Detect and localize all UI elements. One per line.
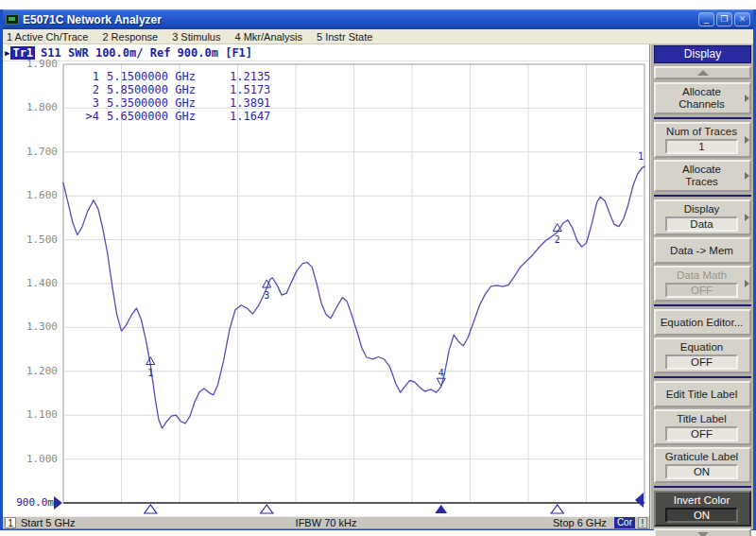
softkey-equation[interactable]: EquationOFF bbox=[654, 337, 751, 373]
softkey-data-mem[interactable]: Data -> Mem bbox=[654, 237, 751, 264]
softkey-group-separator bbox=[654, 304, 751, 306]
reference-level-label: 900.0m bbox=[3, 496, 54, 509]
y-tick-label: 1.700 bbox=[3, 146, 58, 158]
y-tick-label: 1.200 bbox=[3, 365, 58, 377]
softkey-label: Display bbox=[660, 203, 744, 216]
submenu-arrow-icon bbox=[745, 172, 749, 180]
svg-text:1: 1 bbox=[147, 368, 153, 378]
svg-text:4: 4 bbox=[438, 368, 444, 378]
submenu-arrow-icon bbox=[745, 214, 749, 221]
y-tick-label: 1.000 bbox=[3, 453, 58, 465]
menu-item-3-stimulus[interactable]: 3 Stimulus bbox=[172, 31, 220, 43]
softkey-label: Data Math bbox=[660, 269, 744, 282]
softkey-group-separator bbox=[654, 195, 751, 197]
softkey-value: ON bbox=[665, 464, 738, 479]
close-button[interactable]: ✕ bbox=[734, 12, 750, 26]
app-icon bbox=[6, 14, 19, 25]
softkey-value: ON bbox=[665, 508, 738, 523]
y-tick-label: 1.400 bbox=[3, 277, 58, 289]
softkey-label: Equation Editor... bbox=[660, 317, 744, 329]
softkey-label: Channels bbox=[660, 98, 744, 111]
softkey-num-of-traces[interactable]: Num of Traces1 bbox=[654, 122, 751, 158]
menu-item-5-instr-state[interactable]: 5 Instr State bbox=[317, 31, 372, 43]
trace-format-text: S11 SWR 100.0m/ Ref 900.0m [F1] bbox=[41, 46, 252, 60]
softkey-scroll-down-button[interactable] bbox=[654, 528, 751, 536]
y-tick-label: 1.500 bbox=[3, 233, 58, 246]
svg-text:2: 2 bbox=[555, 234, 560, 245]
menu-item-1-active-ch-trace[interactable]: 1 Active Ch/Trace bbox=[7, 31, 88, 43]
softkey-allocate-traces[interactable]: AllocateTraces bbox=[654, 160, 751, 192]
sweep-position-arrow-icon bbox=[635, 493, 644, 508]
channel-window: ▶ Tr1 S11 SWR 100.0m/ Ref 900.0m [F1] 12… bbox=[3, 44, 649, 529]
y-tick-label: 1.100 bbox=[3, 408, 58, 421]
active-trace-arrow-icon: ▶ bbox=[5, 48, 9, 58]
app-window: E5071C Network Analyzer _ ❐ ✕ 1 Active C… bbox=[0, 9, 756, 530]
graticule-area: 12341 1.9001.8001.7001.6001.5001.4001.30… bbox=[3, 61, 649, 516]
softkey-value: OFF bbox=[665, 283, 738, 298]
softkey-group-separator bbox=[654, 117, 751, 119]
ifbw-label: IFBW 70 kHz bbox=[3, 517, 649, 528]
softkey-scroll-up-button[interactable] bbox=[654, 66, 751, 79]
softkey-data-math: Data MathOFF bbox=[654, 266, 751, 302]
softkey-value: Data bbox=[665, 216, 738, 232]
softkey-value: OFF bbox=[665, 426, 738, 441]
softkey-label: Graticule Label bbox=[660, 451, 744, 463]
trace-header: ▶ Tr1 S11 SWR 100.0m/ Ref 900.0m [F1] bbox=[3, 44, 649, 61]
softkey-menu-title: Display bbox=[654, 45, 751, 63]
marker-row: 35.3500000 GHz1.3891 bbox=[75, 96, 270, 110]
submenu-arrow-icon bbox=[745, 95, 749, 102]
softkey-title-label[interactable]: Title LabelOFF bbox=[654, 409, 751, 445]
softkey-label: Title Label bbox=[660, 413, 744, 425]
reference-level-arrow-icon bbox=[54, 496, 62, 510]
softkey-value: 1 bbox=[665, 139, 738, 154]
y-tick-label: 1.900 bbox=[3, 58, 58, 70]
svg-text:1: 1 bbox=[638, 151, 644, 162]
softkey-label: Allocate bbox=[660, 164, 744, 176]
softkey-sidebar: Display AllocateChannelsNum of Traces1Al… bbox=[649, 44, 753, 529]
triangle-up-icon bbox=[697, 70, 709, 76]
y-tick-label: 1.800 bbox=[3, 101, 58, 113]
softkey-label: Traces bbox=[660, 176, 744, 188]
softkey-label: Invert Color bbox=[660, 494, 744, 507]
swr-chart: 12341 bbox=[3, 61, 649, 516]
softkey-label: Num of Traces bbox=[660, 126, 744, 138]
softkey-label: Allocate bbox=[660, 86, 744, 98]
softkey-invert-color[interactable]: Invert ColorON bbox=[654, 491, 751, 527]
marker-row: 15.1500000 GHz1.2135 bbox=[75, 70, 270, 83]
softkey-equation-editor[interactable]: Equation Editor... bbox=[654, 309, 751, 336]
softkey-graticule-label[interactable]: Graticule LabelON bbox=[654, 447, 751, 483]
marker-row: >45.6500000 GHz1.1647 bbox=[75, 110, 270, 123]
y-tick-label: 1.300 bbox=[3, 320, 58, 333]
marker-row: 25.8500000 GHz1.5173 bbox=[75, 83, 270, 96]
triangle-down-icon bbox=[697, 532, 709, 536]
window-title: E5071C Network Analyzer bbox=[23, 13, 698, 26]
softkey-group-separator bbox=[654, 376, 751, 378]
softkey-edit-title-label[interactable]: Edit Title Label bbox=[654, 381, 751, 407]
softkey-label: Data -> Mem bbox=[660, 245, 744, 257]
submenu-arrow-icon bbox=[745, 280, 749, 287]
submenu-arrow-icon bbox=[745, 136, 749, 144]
status-bar: 1 Start 5 GHz IFBW 70 kHz Stop 6 GHz Cor… bbox=[3, 516, 649, 529]
marker-readout-table: 15.1500000 GHz1.213525.8500000 GHz1.5173… bbox=[75, 70, 270, 123]
softkey-label: Equation bbox=[660, 341, 744, 354]
title-bar: E5071C Network Analyzer _ ❐ ✕ bbox=[3, 9, 753, 29]
minimize-button[interactable]: _ bbox=[698, 12, 714, 26]
svg-text:3: 3 bbox=[264, 290, 269, 301]
softkey-value: OFF bbox=[665, 354, 738, 370]
menu-item-2-response[interactable]: 2 Response bbox=[102, 31, 158, 43]
softkey-display[interactable]: DisplayData bbox=[654, 199, 751, 235]
softkey-group-separator bbox=[654, 486, 751, 488]
softkey-label: Edit Title Label bbox=[660, 389, 744, 401]
y-tick-label: 1.600 bbox=[3, 189, 58, 201]
menu-item-4-mkr-analysis[interactable]: 4 Mkr/Analysis bbox=[234, 31, 302, 43]
maximize-button[interactable]: ❐ bbox=[716, 12, 732, 26]
menu-bar: 1 Active Ch/Trace2 Response3 Stimulus4 M… bbox=[3, 29, 753, 44]
softkey-allocate-channels[interactable]: AllocateChannels bbox=[654, 82, 751, 114]
